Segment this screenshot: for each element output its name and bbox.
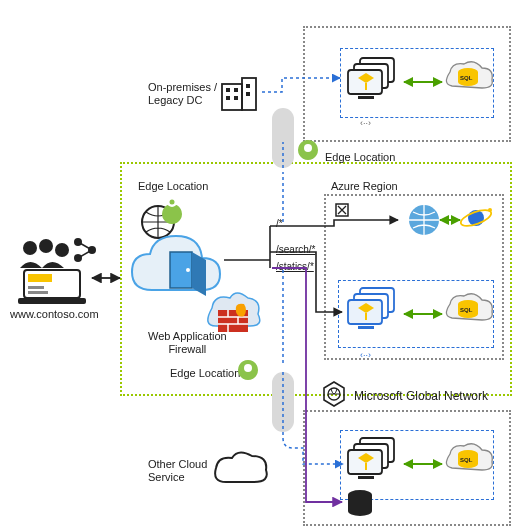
- msgn-compute-box: [340, 430, 494, 500]
- route-root-label: /*: [276, 218, 283, 230]
- waf-label: Web Application Firewall: [148, 330, 227, 355]
- internet-top-label: Internet: [280, 119, 293, 156]
- svg-line-8: [78, 242, 92, 250]
- svg-point-5: [74, 238, 82, 246]
- internet-bottom-label: Internet: [280, 383, 293, 420]
- edge-pin-top-icon: [298, 140, 318, 160]
- svg-rect-14: [28, 291, 48, 294]
- svg-rect-30: [242, 78, 256, 110]
- edge-location-bottom-label: Edge Location: [170, 367, 240, 380]
- laptop-icon: [18, 270, 86, 304]
- svg-point-7: [74, 254, 82, 262]
- building-icon: [222, 78, 256, 110]
- users-icon: [20, 238, 96, 268]
- azure-region-label: Azure Region: [331, 180, 398, 193]
- svg-rect-36: [246, 92, 250, 96]
- onprem-label: On-premises / Legacy DC: [148, 81, 217, 106]
- svg-rect-13: [28, 286, 44, 289]
- edge-location-top-label: Edge Location: [325, 151, 395, 164]
- svg-point-18: [304, 144, 312, 152]
- azure-compute-subnet-box: [338, 280, 494, 348]
- svg-rect-32: [234, 88, 238, 92]
- cloud-outline-icon: [215, 452, 267, 482]
- svg-rect-34: [234, 96, 238, 100]
- other-cloud-label: Other Cloud Service: [148, 458, 207, 483]
- edge-location-main-label: Edge Location: [138, 180, 208, 193]
- onprem-compute-box: [340, 48, 494, 118]
- svg-point-2: [23, 241, 37, 255]
- svg-rect-29: [222, 84, 242, 110]
- svg-rect-33: [226, 96, 230, 100]
- svg-rect-11: [18, 298, 86, 304]
- route-search-label: /search/*: [276, 244, 315, 256]
- route-statics-label: /statics/*: [276, 261, 314, 273]
- msgn-label: Microsoft Global Network: [354, 390, 488, 404]
- svg-point-4: [55, 243, 69, 257]
- site-url-label: www.contoso.com: [10, 308, 99, 321]
- svg-rect-35: [246, 84, 250, 88]
- svg-point-6: [88, 246, 96, 254]
- svg-point-3: [39, 239, 53, 253]
- svg-rect-10: [24, 270, 80, 298]
- svg-rect-31: [226, 88, 230, 92]
- svg-line-9: [78, 250, 92, 258]
- svg-rect-12: [28, 274, 52, 282]
